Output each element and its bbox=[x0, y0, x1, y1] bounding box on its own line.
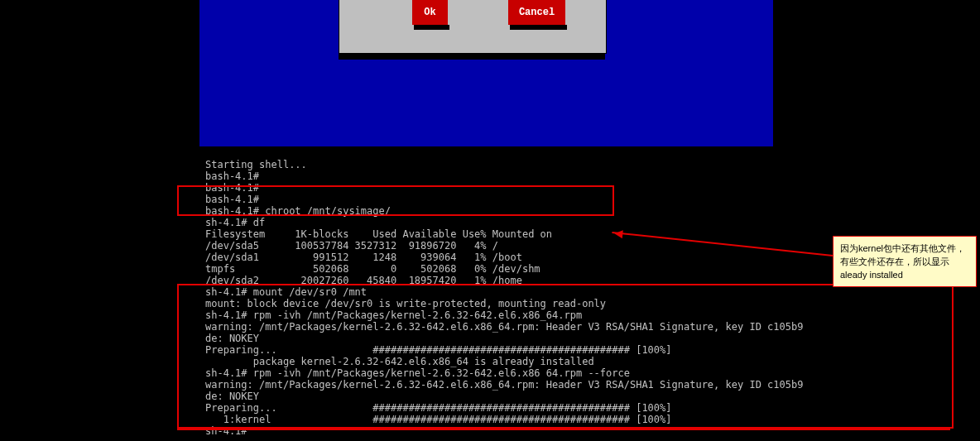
ok-button-shadow bbox=[414, 25, 449, 30]
annotation-note: 因为kernel包中还有其他文件，有些文件还存在，所以显示aleady inst… bbox=[833, 236, 977, 287]
cancel-button[interactable]: Cancel bbox=[508, 0, 565, 25]
footer-red-line bbox=[177, 428, 950, 430]
cancel-button-shadow bbox=[510, 25, 567, 30]
terminal-output: Starting shell... bash-4.1# bash-4.1# ba… bbox=[205, 159, 803, 437]
ok-button[interactable]: Ok bbox=[412, 0, 448, 25]
dialog-shadow bbox=[339, 53, 605, 60]
